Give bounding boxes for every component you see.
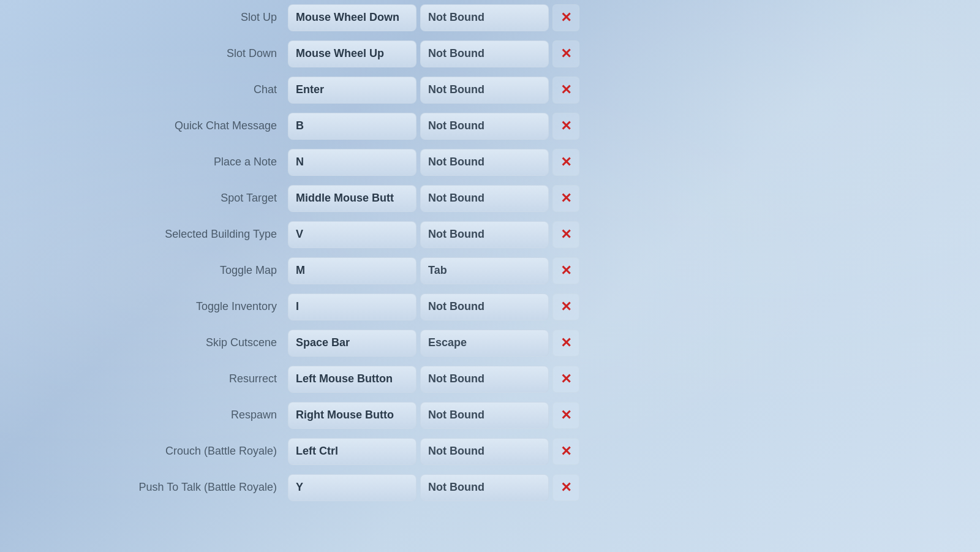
- keybind-row: ChatEnterNot Bound✕: [135, 72, 612, 107]
- x-icon: ✕: [560, 228, 571, 241]
- secondary-binding-cell[interactable]: Not Bound: [420, 4, 549, 31]
- action-label: Spot Target: [135, 192, 288, 205]
- keybind-row: Crouch (Battle Royale)Left CtrlNot Bound…: [135, 434, 612, 469]
- secondary-binding-cell[interactable]: Not Bound: [420, 221, 549, 248]
- secondary-binding-cell[interactable]: Not Bound: [420, 366, 549, 393]
- delete-binding-button[interactable]: ✕: [552, 438, 579, 465]
- keybindings-scroll-area[interactable]: Slot UpMouse Wheel DownNot Bound✕Slot Do…: [135, 0, 612, 552]
- action-label: Toggle Map: [135, 264, 288, 277]
- primary-binding-cell[interactable]: Right Mouse Butto: [288, 402, 417, 429]
- secondary-binding-cell[interactable]: Not Bound: [420, 185, 549, 212]
- keybind-row: Skip CutsceneSpace BarEscape✕: [135, 325, 612, 360]
- action-label: Toggle Inventory: [135, 300, 288, 313]
- delete-binding-button[interactable]: ✕: [552, 330, 579, 357]
- delete-binding-button[interactable]: ✕: [552, 77, 579, 104]
- primary-binding-cell[interactable]: V: [288, 221, 417, 248]
- action-label: Quick Chat Message: [135, 119, 288, 132]
- x-icon: ✕: [560, 47, 571, 61]
- delete-binding-button[interactable]: ✕: [552, 402, 579, 429]
- secondary-binding-cell[interactable]: Not Bound: [420, 474, 549, 501]
- x-icon: ✕: [560, 300, 571, 314]
- delete-binding-button[interactable]: ✕: [552, 4, 579, 31]
- primary-binding-cell[interactable]: B: [288, 113, 417, 140]
- keybind-row: Push To Talk (Battle Royale)YNot Bound✕: [135, 470, 612, 505]
- primary-binding-cell[interactable]: N: [288, 149, 417, 176]
- delete-binding-button[interactable]: ✕: [552, 474, 579, 501]
- primary-binding-cell[interactable]: I: [288, 293, 417, 320]
- primary-binding-cell[interactable]: Middle Mouse Butt: [288, 185, 417, 212]
- x-icon: ✕: [560, 336, 571, 350]
- keybind-row: Selected Building TypeVNot Bound✕: [135, 217, 612, 252]
- delete-binding-button[interactable]: ✕: [552, 221, 579, 248]
- action-label: Respawn: [135, 409, 288, 422]
- keybind-row: Quick Chat MessageBNot Bound✕: [135, 108, 612, 143]
- x-icon: ✕: [560, 445, 571, 458]
- primary-binding-cell[interactable]: Y: [288, 474, 417, 501]
- delete-binding-button[interactable]: ✕: [552, 185, 579, 212]
- delete-binding-button[interactable]: ✕: [552, 113, 579, 140]
- delete-binding-button[interactable]: ✕: [552, 40, 579, 67]
- keybind-row: Place a NoteNNot Bound✕: [135, 145, 612, 180]
- x-icon: ✕: [560, 192, 571, 205]
- x-icon: ✕: [560, 83, 571, 97]
- primary-binding-cell[interactable]: Left Ctrl: [288, 438, 417, 465]
- action-label: Place a Note: [135, 156, 288, 168]
- action-label: Slot Down: [135, 47, 288, 60]
- primary-binding-cell[interactable]: Mouse Wheel Up: [288, 40, 417, 67]
- x-icon: ✕: [560, 481, 571, 494]
- secondary-binding-cell[interactable]: Not Bound: [420, 438, 549, 465]
- secondary-binding-cell[interactable]: Not Bound: [420, 113, 549, 140]
- x-icon: ✕: [560, 11, 571, 25]
- secondary-binding-cell[interactable]: Not Bound: [420, 40, 549, 67]
- secondary-binding-cell[interactable]: Not Bound: [420, 149, 549, 176]
- secondary-binding-cell[interactable]: Not Bound: [420, 293, 549, 320]
- delete-binding-button[interactable]: ✕: [552, 149, 579, 176]
- primary-binding-cell[interactable]: Space Bar: [288, 330, 417, 357]
- x-icon: ✕: [560, 119, 571, 133]
- action-label: Chat: [135, 83, 288, 96]
- delete-binding-button[interactable]: ✕: [552, 293, 579, 320]
- primary-binding-cell[interactable]: M: [288, 257, 417, 284]
- x-icon: ✕: [560, 264, 571, 278]
- action-label: Crouch (Battle Royale): [135, 445, 288, 458]
- secondary-binding-cell[interactable]: Not Bound: [420, 402, 549, 429]
- action-label: Resurrect: [135, 372, 288, 385]
- x-icon: ✕: [560, 409, 571, 422]
- action-label: Slot Up: [135, 11, 288, 24]
- keybind-row: Spot TargetMiddle Mouse ButtNot Bound✕: [135, 181, 612, 216]
- action-label: Selected Building Type: [135, 228, 288, 241]
- action-label: Skip Cutscene: [135, 336, 288, 349]
- secondary-binding-cell[interactable]: Escape: [420, 330, 549, 357]
- primary-binding-cell[interactable]: Enter: [288, 77, 417, 104]
- secondary-binding-cell[interactable]: Not Bound: [420, 77, 549, 104]
- x-icon: ✕: [560, 156, 571, 169]
- keybind-row: Toggle MapMTab✕: [135, 253, 612, 288]
- keybind-row: RespawnRight Mouse ButtoNot Bound✕: [135, 398, 612, 433]
- keybind-row: Slot UpMouse Wheel DownNot Bound✕: [135, 0, 612, 35]
- delete-binding-button[interactable]: ✕: [552, 366, 579, 393]
- action-label: Push To Talk (Battle Royale): [135, 481, 288, 494]
- keybind-row: Toggle InventoryINot Bound✕: [135, 289, 612, 324]
- delete-binding-button[interactable]: ✕: [552, 257, 579, 284]
- primary-binding-cell[interactable]: Mouse Wheel Down: [288, 4, 417, 31]
- primary-binding-cell[interactable]: Left Mouse Button: [288, 366, 417, 393]
- keybind-row: ResurrectLeft Mouse ButtonNot Bound✕: [135, 361, 612, 396]
- secondary-binding-cell[interactable]: Tab: [420, 257, 549, 284]
- keybindings-panel[interactable]: Slot UpMouse Wheel DownNot Bound✕Slot Do…: [135, 0, 612, 552]
- keybind-row: Slot DownMouse Wheel UpNot Bound✕: [135, 36, 612, 71]
- x-icon: ✕: [560, 372, 571, 386]
